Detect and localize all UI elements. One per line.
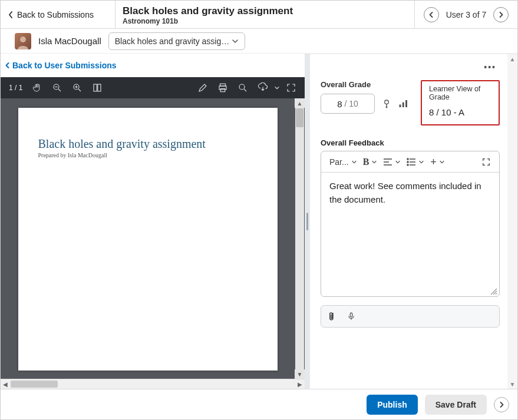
grade-suggestion-button[interactable]	[382, 99, 391, 108]
course-code: Astronomy 101b	[123, 17, 407, 25]
list-button[interactable]	[403, 154, 425, 170]
document-viewer: 1 / 1	[1, 77, 305, 379]
back-to-user-submissions-link[interactable]: Back to User Submissions	[4, 61, 301, 70]
learner-view-box: Learner View of Grade 8 / 10 - A	[421, 80, 500, 125]
learner-view-value: 8 / 10 - A	[429, 107, 491, 117]
chevron-down-icon	[395, 159, 401, 165]
editor-toolbar: Par... B	[321, 151, 499, 173]
learner-view-label: Learner View of Grade	[429, 85, 491, 101]
doc-title: Black holes and gravity assignment	[38, 137, 258, 151]
grade-max: / 10	[344, 99, 358, 108]
attach-file-button[interactable]	[328, 311, 338, 322]
grade-stats-button[interactable]	[398, 99, 409, 108]
app-root: Back to Submissions Black holes and grav…	[0, 0, 518, 420]
download-menu-button[interactable]	[273, 77, 281, 98]
attachment-bar	[321, 305, 500, 328]
back-label: Back to Submissions	[17, 10, 94, 19]
svg-rect-8	[94, 84, 97, 91]
more-actions-button[interactable]: •••	[480, 60, 500, 74]
svg-rect-19	[402, 102, 404, 107]
header-title-block: Black holes and gravity assignment Astro…	[116, 1, 414, 28]
page-layout-button[interactable]	[87, 77, 107, 98]
chevron-left-icon	[4, 62, 11, 69]
feedback-textarea[interactable]: Great work! See comments included in the…	[321, 173, 499, 287]
user-row: Isla MacDougall Black holes and gravity …	[1, 29, 517, 54]
footer: Publish Save Draft	[1, 389, 517, 419]
record-audio-button[interactable]	[347, 311, 355, 322]
svg-rect-33	[350, 313, 352, 317]
save-draft-button[interactable]: Save Draft	[425, 395, 487, 415]
format-dropdown[interactable]: Par...	[326, 154, 358, 170]
user-name: Isla MacDougall	[38, 36, 101, 46]
left-pane: Back to User Submissions 1 / 1	[1, 54, 305, 389]
zoom-out-button[interactable]	[47, 77, 67, 98]
feedback-editor: Par... B	[321, 151, 500, 297]
svg-point-17	[386, 107, 387, 108]
page-indicator: 1 / 1	[4, 84, 27, 92]
svg-rect-9	[98, 84, 101, 91]
overall-grade-input[interactable]: 8 / 10	[321, 94, 375, 114]
assignment-dropdown[interactable]: Black holes and gravity assign...	[108, 32, 245, 50]
assignment-title: Black holes and gravity assignment	[123, 6, 407, 17]
svg-point-28	[407, 164, 408, 166]
page-header: Back to Submissions Black holes and grav…	[1, 1, 517, 29]
next-action-button[interactable]	[494, 397, 509, 412]
pane-splitter[interactable]	[305, 54, 310, 389]
grade-score: 8	[337, 99, 342, 109]
fullscreen-button[interactable]	[281, 77, 301, 98]
chevron-down-icon	[418, 159, 424, 165]
overall-grade-label: Overall Grade	[321, 80, 409, 89]
back-link-label: Back to User Submissions	[12, 61, 117, 70]
viewer-toolbar: 1 / 1	[1, 77, 305, 98]
publish-button[interactable]: Publish	[367, 395, 418, 415]
back-to-user-submissions: Back to User Submissions	[1, 54, 305, 77]
chevron-down-icon	[351, 159, 357, 165]
annotate-button[interactable]	[193, 77, 213, 98]
overall-feedback-label: Overall Feedback	[321, 138, 500, 147]
zoom-in-button[interactable]	[67, 77, 87, 98]
svg-rect-12	[220, 89, 225, 92]
viewer-vertical-scrollbar[interactable]: ▲ ▼	[295, 98, 305, 379]
svg-point-0	[20, 37, 26, 42]
user-nav: User 3 of 7	[414, 1, 517, 28]
svg-line-5	[79, 89, 81, 91]
pan-tool-button[interactable]	[27, 77, 47, 98]
grade-row: Overall Grade 8 / 10	[321, 80, 500, 125]
bold-button[interactable]: B	[359, 154, 379, 170]
chevron-left-icon	[8, 11, 14, 19]
svg-point-26	[407, 161, 408, 163]
svg-line-32	[496, 293, 497, 295]
main-split: Back to User Submissions 1 / 1	[1, 54, 517, 389]
right-vertical-scrollbar[interactable]: ▲ ▼	[507, 54, 517, 389]
align-button[interactable]	[380, 154, 402, 170]
insert-button[interactable]: +	[427, 154, 446, 170]
print-button[interactable]	[213, 77, 233, 98]
assignment-dropdown-label: Black holes and gravity assign...	[115, 37, 232, 46]
grading-pane: ••• Overall Grade 8 / 10	[310, 54, 517, 389]
doc-byline: Prepared by Isla MacDougall	[38, 152, 258, 158]
chevron-down-icon	[232, 38, 239, 45]
svg-line-14	[244, 89, 246, 91]
document-page: Black holes and gravity assignment Prepa…	[18, 108, 278, 371]
format-dropdown-label: Par...	[329, 157, 349, 167]
search-button[interactable]	[233, 77, 253, 98]
chevron-down-icon	[439, 159, 445, 165]
download-button[interactable]	[253, 77, 273, 98]
svg-point-15	[385, 100, 389, 104]
document-canvas[interactable]: Black holes and gravity assignment Prepa…	[1, 98, 295, 379]
avatar	[15, 33, 31, 49]
svg-rect-18	[400, 105, 401, 108]
user-count-label: User 3 of 7	[446, 10, 486, 19]
svg-line-2	[59, 89, 61, 91]
next-user-button[interactable]	[493, 7, 509, 22]
svg-point-24	[407, 158, 408, 160]
svg-rect-20	[405, 100, 407, 107]
svg-point-13	[239, 84, 245, 90]
resize-handle-icon[interactable]	[489, 287, 499, 296]
viewer-body: Black holes and gravity assignment Prepa…	[1, 98, 305, 379]
back-to-submissions-link[interactable]: Back to Submissions	[1, 1, 116, 28]
editor-fullscreen-button[interactable]	[478, 154, 494, 170]
chevron-down-icon	[371, 159, 377, 165]
prev-user-button[interactable]	[424, 7, 439, 22]
left-horizontal-scrollbar[interactable]: ◀ ▶	[1, 379, 305, 389]
